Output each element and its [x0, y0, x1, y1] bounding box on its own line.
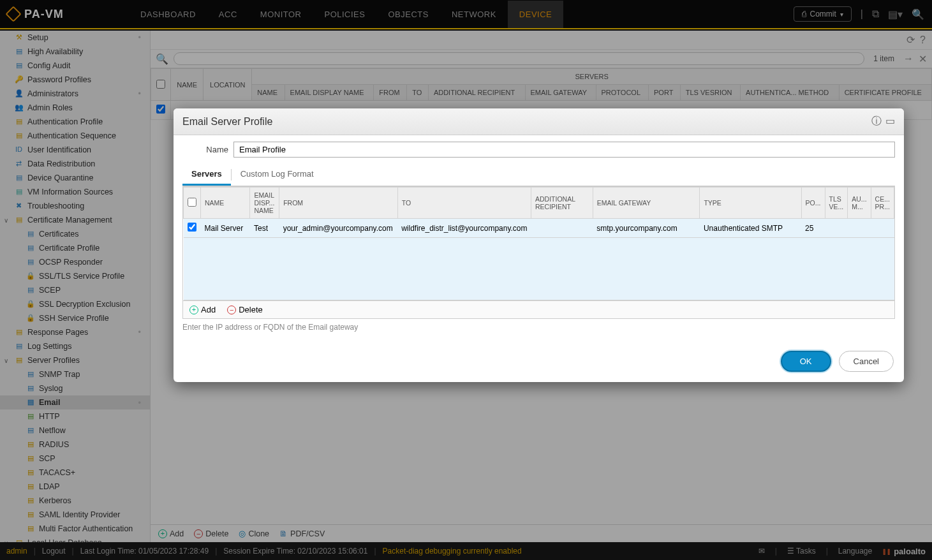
cancel-button[interactable]: Cancel	[839, 351, 894, 372]
name-input[interactable]	[233, 142, 895, 158]
sub-col-tls[interactable]: TLS VE...	[825, 188, 848, 219]
name-label: Name	[182, 145, 228, 154]
cell-name[interactable]: Mail Server	[201, 219, 250, 238]
sub-col-cert[interactable]: CE... PR...	[871, 188, 894, 219]
cell-addl[interactable]	[531, 219, 593, 238]
dialog-footer: OK Cancel	[174, 343, 904, 382]
sub-table-row[interactable]: Mail Server Test your_admin@yourcompany.…	[184, 219, 894, 238]
sub-col-name[interactable]: NAME	[201, 188, 250, 219]
sub-col-type[interactable]: TYPE	[700, 188, 801, 219]
cell-auth[interactable]	[848, 219, 871, 238]
hint-text: Enter the IP address or FQDN of the Emai…	[182, 323, 895, 332]
sub-col-auth[interactable]: AU... M...	[848, 188, 871, 219]
minus-icon: −	[227, 306, 236, 314]
dialog-body: Name Servers Custom Log Format NAME EMAI…	[174, 135, 904, 343]
sub-table: NAME EMAIL DISP... NAME FROM TO ADDITION…	[182, 186, 895, 319]
cell-to[interactable]: wildfire_distr_list@yourcompany.com	[397, 219, 531, 238]
name-row: Name	[182, 142, 895, 158]
dialog-help-icon[interactable]: ⓘ	[871, 115, 882, 128]
sub-delete-button[interactable]: −Delete	[227, 305, 263, 314]
sub-col-addl[interactable]: ADDITIONAL RECIPIENT	[531, 188, 593, 219]
sub-col-to[interactable]: TO	[397, 188, 531, 219]
cell-from[interactable]: your_admin@yourcompany.com	[279, 219, 397, 238]
dialog-window-icon[interactable]: ▭	[885, 115, 895, 128]
dialog-header: Email Server Profile ⓘ ▭	[174, 108, 904, 135]
plus-icon: +	[189, 306, 198, 314]
cell-type[interactable]: Unauthenticated SMTP	[700, 219, 801, 238]
email-server-profile-dialog: Email Server Profile ⓘ ▭ Name Servers Cu…	[174, 108, 904, 382]
tab-custom-log-format[interactable]: Custom Log Format	[232, 164, 323, 186]
tab-servers[interactable]: Servers	[182, 164, 231, 186]
sub-actions: +Add −Delete	[183, 300, 894, 318]
cell-tls[interactable]	[825, 219, 848, 238]
sub-add-button[interactable]: +Add	[189, 305, 216, 314]
sub-col-display[interactable]: EMAIL DISP... NAME	[250, 188, 279, 219]
cell-display[interactable]: Test	[250, 219, 279, 238]
dialog-tabs: Servers Custom Log Format	[182, 164, 895, 186]
cell-port[interactable]: 25	[801, 219, 825, 238]
sub-row-checkbox[interactable]	[188, 223, 196, 232]
cell-gateway[interactable]: smtp.yourcompany.com	[593, 219, 700, 238]
cell-cert[interactable]	[871, 219, 894, 238]
sub-select-all[interactable]	[188, 198, 196, 207]
sub-col-gateway[interactable]: EMAIL GATEWAY	[593, 188, 700, 219]
ok-button[interactable]: OK	[781, 351, 831, 372]
sub-col-from[interactable]: FROM	[279, 188, 397, 219]
dialog-title: Email Server Profile	[182, 116, 272, 128]
sub-col-port[interactable]: PO...	[801, 188, 825, 219]
